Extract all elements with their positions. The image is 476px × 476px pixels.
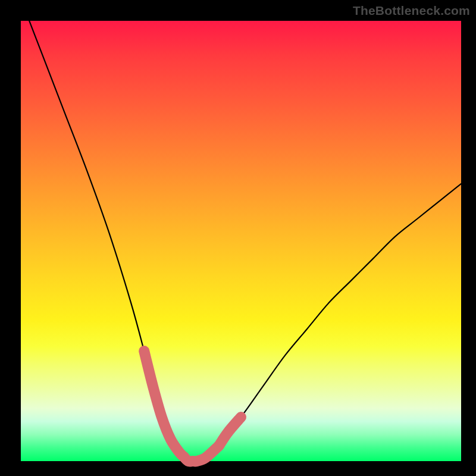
watermark-text: TheBottleneck.com: [353, 4, 470, 18]
highlight-segment: [144, 351, 184, 457]
curve-layer: [21, 21, 461, 461]
chart-frame: TheBottleneck.com: [0, 0, 476, 476]
plot-area: [21, 21, 461, 461]
bottleneck-curve: [21, 0, 461, 462]
highlight-segment: [184, 446, 219, 461]
highlight-segment: [219, 417, 241, 446]
highlight-segments: [144, 351, 241, 462]
